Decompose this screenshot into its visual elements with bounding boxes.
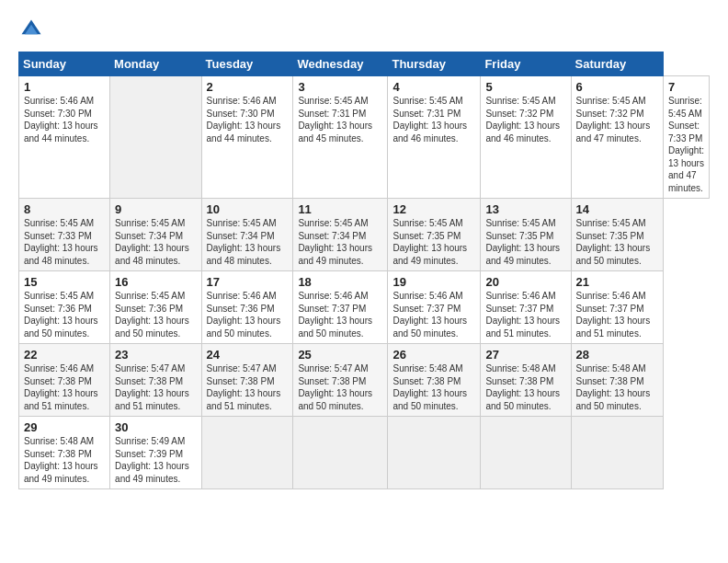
day-number: 3 — [298, 80, 382, 94]
day-number: 15 — [24, 275, 105, 289]
calendar: SundayMondayTuesdayWednesdayThursdayFrid… — [18, 52, 710, 489]
day-info: Sunrise: 5:45 AMSunset: 7:34 PMDaylight:… — [298, 217, 382, 267]
table-row: 12Sunrise: 5:45 AMSunset: 7:35 PMDayligh… — [388, 199, 481, 271]
day-info: Sunrise: 5:45 AMSunset: 7:31 PMDaylight:… — [298, 95, 382, 144]
day-number: 14 — [576, 202, 658, 216]
day-info: Sunrise: 5:45 AMSunset: 7:34 PMDaylight:… — [207, 217, 289, 267]
table-row: 6Sunrise: 5:45 AMSunset: 7:32 PMDaylight… — [571, 76, 663, 199]
table-row: 18Sunrise: 5:46 AMSunset: 7:37 PMDayligh… — [293, 271, 388, 344]
table-row: 2Sunrise: 5:46 AMSunset: 7:30 PMDaylight… — [201, 76, 293, 199]
weekday-header-row: SundayMondayTuesdayWednesdayThursdayFrid… — [19, 52, 710, 76]
table-row: 15Sunrise: 5:45 AMSunset: 7:36 PMDayligh… — [19, 271, 110, 344]
day-number: 24 — [207, 348, 289, 362]
table-row: 30Sunrise: 5:49 AMSunset: 7:39 PMDayligh… — [110, 417, 201, 489]
table-row: 25Sunrise: 5:47 AMSunset: 7:38 PMDayligh… — [293, 344, 388, 417]
day-number: 12 — [392, 202, 475, 216]
day-info: Sunrise: 5:46 AMSunset: 7:37 PMDaylight:… — [392, 290, 475, 339]
day-info: Sunrise: 5:46 AMSunset: 7:37 PMDaylight:… — [485, 290, 565, 339]
table-row — [481, 417, 571, 489]
day-info: Sunrise: 5:45 AMSunset: 7:35 PMDaylight:… — [392, 217, 475, 267]
table-row: 22Sunrise: 5:46 AMSunset: 7:38 PMDayligh… — [19, 344, 110, 417]
table-row — [201, 417, 293, 489]
table-row: 7Sunrise: 5:45 AMSunset: 7:33 PMDaylight… — [664, 76, 710, 199]
table-row — [388, 417, 481, 489]
day-number: 5 — [485, 80, 565, 94]
day-number: 21 — [576, 275, 658, 289]
day-info: Sunrise: 5:45 AMSunset: 7:36 PMDaylight:… — [115, 290, 196, 339]
table-row: 8Sunrise: 5:45 AMSunset: 7:33 PMDaylight… — [19, 199, 110, 271]
table-row: 5Sunrise: 5:45 AMSunset: 7:32 PMDaylight… — [481, 76, 571, 199]
day-number: 29 — [24, 420, 105, 434]
day-info: Sunrise: 5:48 AMSunset: 7:38 PMDaylight:… — [485, 362, 565, 412]
table-row: 20Sunrise: 5:46 AMSunset: 7:37 PMDayligh… — [481, 271, 571, 344]
weekday-saturday: Saturday — [571, 52, 663, 76]
calendar-week-1: 1Sunrise: 5:46 AMSunset: 7:30 PMDaylight… — [19, 76, 710, 199]
day-info: Sunrise: 5:45 AMSunset: 7:32 PMDaylight:… — [485, 95, 565, 144]
day-number: 11 — [298, 202, 382, 216]
table-row: 14Sunrise: 5:45 AMSunset: 7:35 PMDayligh… — [571, 199, 663, 271]
table-row — [293, 417, 388, 489]
table-row: 26Sunrise: 5:48 AMSunset: 7:38 PMDayligh… — [388, 344, 481, 417]
day-number: 1 — [24, 80, 105, 94]
day-info: Sunrise: 5:48 AMSunset: 7:38 PMDaylight:… — [392, 362, 475, 412]
calendar-week-3: 15Sunrise: 5:45 AMSunset: 7:36 PMDayligh… — [19, 271, 710, 344]
day-number: 25 — [298, 348, 382, 362]
logo — [18, 17, 46, 42]
day-number: 10 — [207, 202, 289, 216]
day-info: Sunrise: 5:48 AMSunset: 7:38 PMDaylight:… — [576, 362, 658, 412]
day-number: 8 — [24, 202, 105, 216]
day-number: 23 — [115, 348, 196, 362]
day-number: 6 — [576, 80, 658, 94]
weekday-tuesday: Tuesday — [201, 52, 293, 76]
day-number: 2 — [207, 80, 289, 94]
day-number: 13 — [485, 202, 565, 216]
table-row — [571, 417, 663, 489]
calendar-week-5: 29Sunrise: 5:48 AMSunset: 7:38 PMDayligh… — [19, 417, 710, 489]
table-row: 28Sunrise: 5:48 AMSunset: 7:38 PMDayligh… — [571, 344, 663, 417]
weekday-wednesday: Wednesday — [293, 52, 388, 76]
day-info: Sunrise: 5:46 AMSunset: 7:38 PMDaylight:… — [24, 362, 105, 412]
day-number: 17 — [207, 275, 289, 289]
day-info: Sunrise: 5:47 AMSunset: 7:38 PMDaylight:… — [115, 362, 196, 412]
day-number: 7 — [668, 80, 704, 94]
table-row: 4Sunrise: 5:45 AMSunset: 7:31 PMDaylight… — [388, 76, 481, 199]
weekday-friday: Friday — [481, 52, 571, 76]
day-info: Sunrise: 5:45 AMSunset: 7:35 PMDaylight:… — [576, 217, 658, 267]
calendar-week-4: 22Sunrise: 5:46 AMSunset: 7:38 PMDayligh… — [19, 344, 710, 417]
day-number: 26 — [392, 348, 475, 362]
table-row — [110, 76, 201, 199]
day-info: Sunrise: 5:46 AMSunset: 7:30 PMDaylight:… — [24, 95, 105, 144]
day-info: Sunrise: 5:45 AMSunset: 7:35 PMDaylight:… — [485, 217, 565, 267]
day-info: Sunrise: 5:45 AMSunset: 7:33 PMDaylight:… — [668, 95, 704, 194]
day-info: Sunrise: 5:47 AMSunset: 7:38 PMDaylight:… — [298, 362, 382, 412]
table-row: 19Sunrise: 5:46 AMSunset: 7:37 PMDayligh… — [388, 271, 481, 344]
table-row: 23Sunrise: 5:47 AMSunset: 7:38 PMDayligh… — [110, 344, 201, 417]
table-row: 11Sunrise: 5:45 AMSunset: 7:34 PMDayligh… — [293, 199, 388, 271]
day-info: Sunrise: 5:45 AMSunset: 7:34 PMDaylight:… — [115, 217, 196, 267]
day-number: 4 — [392, 80, 475, 94]
table-row: 21Sunrise: 5:46 AMSunset: 7:37 PMDayligh… — [571, 271, 663, 344]
day-number: 30 — [115, 420, 196, 434]
day-info: Sunrise: 5:46 AMSunset: 7:37 PMDaylight:… — [298, 290, 382, 339]
day-info: Sunrise: 5:46 AMSunset: 7:37 PMDaylight:… — [576, 290, 658, 339]
weekday-thursday: Thursday — [388, 52, 481, 76]
day-number: 28 — [576, 348, 658, 362]
weekday-sunday: Sunday — [19, 52, 110, 76]
page: SundayMondayTuesdayWednesdayThursdayFrid… — [0, 0, 728, 499]
day-number: 9 — [115, 202, 196, 216]
header — [18, 17, 710, 42]
day-info: Sunrise: 5:46 AMSunset: 7:30 PMDaylight:… — [207, 95, 289, 144]
day-info: Sunrise: 5:46 AMSunset: 7:36 PMDaylight:… — [207, 290, 289, 339]
calendar-week-2: 8Sunrise: 5:45 AMSunset: 7:33 PMDaylight… — [19, 199, 710, 271]
table-row: 27Sunrise: 5:48 AMSunset: 7:38 PMDayligh… — [481, 344, 571, 417]
day-info: Sunrise: 5:45 AMSunset: 7:36 PMDaylight:… — [24, 290, 105, 339]
table-row: 13Sunrise: 5:45 AMSunset: 7:35 PMDayligh… — [481, 199, 571, 271]
logo-icon — [18, 17, 44, 42]
table-row: 29Sunrise: 5:48 AMSunset: 7:38 PMDayligh… — [19, 417, 110, 489]
day-number: 18 — [298, 275, 382, 289]
day-info: Sunrise: 5:45 AMSunset: 7:31 PMDaylight:… — [392, 95, 475, 144]
day-info: Sunrise: 5:48 AMSunset: 7:38 PMDaylight:… — [24, 435, 105, 485]
day-number: 22 — [24, 348, 105, 362]
day-info: Sunrise: 5:49 AMSunset: 7:39 PMDaylight:… — [115, 435, 196, 485]
table-row: 3Sunrise: 5:45 AMSunset: 7:31 PMDaylight… — [293, 76, 388, 199]
